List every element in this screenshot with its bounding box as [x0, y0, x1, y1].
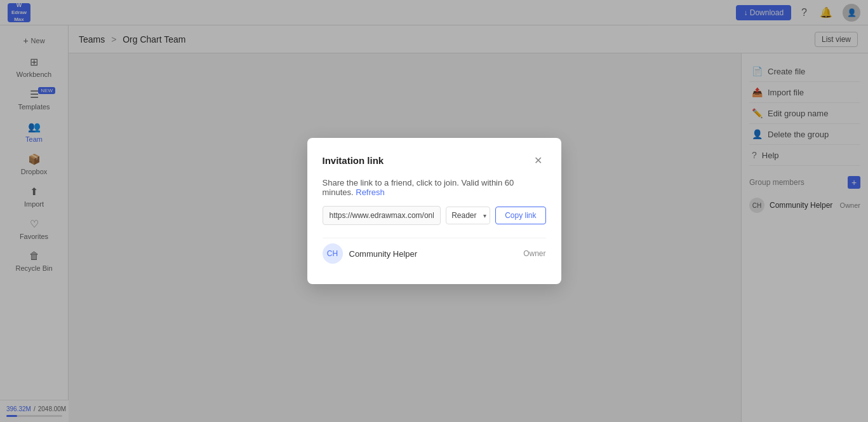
copy-link-button[interactable]: Copy link	[495, 207, 545, 224]
refresh-link[interactable]: Refresh	[356, 187, 385, 197]
modal-member-role: Owner	[523, 249, 545, 258]
modal-member-name: Community Helper	[349, 249, 517, 259]
role-select[interactable]: Reader Editor	[446, 207, 490, 224]
modal-overlay[interactable]: Invitation link ✕ Share the link to a fr…	[0, 0, 868, 422]
invitation-modal: Invitation link ✕ Share the link to a fr…	[307, 138, 561, 284]
link-input[interactable]	[323, 206, 441, 225]
modal-title: Invitation link	[323, 155, 384, 166]
modal-member-avatar: CH	[323, 243, 343, 264]
modal-header: Invitation link ✕	[323, 153, 546, 168]
modal-description: Share the link to a friend, click to joi…	[323, 178, 546, 197]
modal-close-button[interactable]: ✕	[530, 153, 546, 168]
link-row: Reader Editor Copy link	[323, 206, 546, 225]
role-select-wrapper: Reader Editor	[446, 207, 490, 224]
modal-desc-text: Share the link to a friend, click to joi…	[323, 178, 514, 197]
modal-member-initials: CH	[327, 249, 338, 258]
modal-member-item: CH Community Helper Owner	[323, 238, 546, 269]
